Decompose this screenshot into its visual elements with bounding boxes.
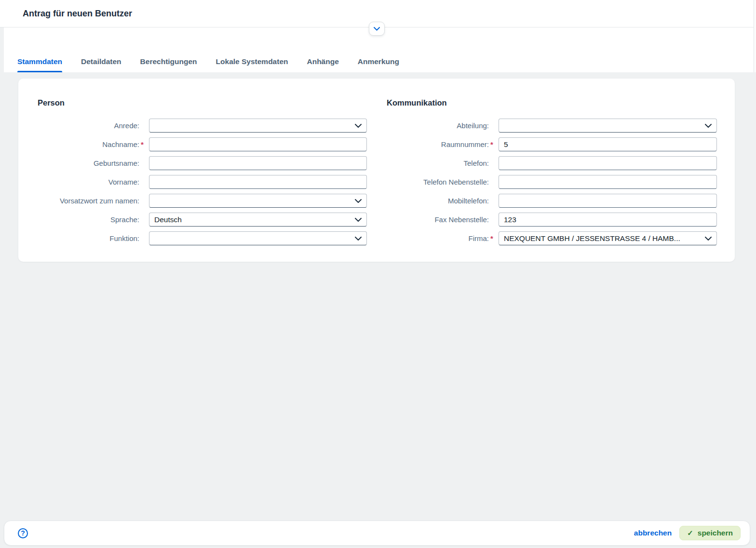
checkmark-icon: ✓: [687, 529, 693, 537]
raumnummer-input[interactable]: [499, 137, 717, 151]
sprache-select[interactable]: Deutsch: [149, 213, 367, 227]
chevron-down-icon: [374, 27, 380, 31]
section-kommunikation: Kommunikation Abteilung: Raumnummer: * T…: [387, 79, 735, 250]
tab-label: Berechtigungen: [140, 57, 197, 66]
tab-berechtigungen[interactable]: Berechtigungen: [140, 51, 197, 72]
field-label: Telefon Nebenstelle:: [387, 178, 489, 186]
help-icon[interactable]: ?: [18, 528, 28, 538]
form-row: Vorname:: [18, 175, 375, 189]
mobiltelefon-input[interactable]: [499, 194, 717, 208]
section-person: Person Anrede: Nachname: * Geburtsname: …: [18, 79, 375, 250]
field-label: Telefon:: [387, 159, 489, 167]
field-label: Geburtsname:: [18, 159, 139, 167]
form-row: Anrede:: [18, 119, 375, 133]
required-marker: *: [139, 140, 149, 148]
field-label: Vorsatzwort zum namen:: [18, 197, 139, 205]
geburtsname-input[interactable]: [149, 156, 367, 170]
field-label: Raumnummer:: [387, 140, 489, 148]
right-edge-divider: [754, 0, 754, 72]
field-label: Vorname:: [18, 178, 139, 186]
form-row: Abteilung:: [387, 119, 735, 133]
form-row: Sprache: Deutsch: [18, 213, 375, 227]
telefon-input[interactable]: [499, 156, 717, 170]
select-value: NEXQUENT GMBH / JESSENSTRASSE 4 / HAMB..…: [499, 234, 705, 243]
section-title-person: Person: [38, 98, 375, 108]
save-button-label: speichern: [698, 529, 733, 537]
chevron-down-icon: [705, 124, 712, 128]
tab-label: Anhänge: [307, 57, 338, 66]
save-button[interactable]: ✓ speichern: [679, 526, 741, 540]
funktion-select[interactable]: [149, 231, 367, 245]
form-row: Geburtsname:: [18, 156, 375, 170]
form-row: Mobiltelefon:: [387, 194, 735, 208]
tab-label: Stammdaten: [17, 57, 62, 66]
tab-lokale-systemdaten[interactable]: Lokale Systemdaten: [216, 51, 288, 72]
form-row: Nachname: *: [18, 137, 375, 151]
form-row: Telefon:: [387, 156, 735, 170]
telefon-nebenstelle-input[interactable]: [499, 175, 717, 189]
abteilung-select[interactable]: [499, 119, 717, 133]
page-title: Antrag für neuen Benutzer: [23, 9, 132, 19]
tab-label: Lokale Systemdaten: [216, 57, 288, 66]
chevron-down-icon: [355, 199, 362, 203]
tab-bar: Stammdaten Detaildaten Berechtigungen Lo…: [17, 51, 399, 72]
fax-nebenstelle-input[interactable]: [499, 213, 717, 227]
nachname-input[interactable]: [149, 137, 367, 151]
anrede-select[interactable]: [149, 119, 367, 133]
form-row: Fax Nebenstelle:: [387, 213, 735, 227]
required-marker: *: [489, 140, 499, 148]
vorname-input[interactable]: [149, 175, 367, 189]
field-label: Abteilung:: [387, 121, 489, 130]
cancel-button[interactable]: abbrechen: [634, 529, 672, 537]
required-marker: *: [489, 234, 499, 242]
chevron-down-icon: [355, 124, 362, 128]
field-label: Nachname:: [18, 140, 139, 148]
tab-anhaenge[interactable]: Anhänge: [307, 51, 338, 72]
tab-detaildaten[interactable]: Detaildaten: [81, 51, 122, 72]
firma-select[interactable]: NEXQUENT GMBH / JESSENSTRASSE 4 / HAMB..…: [499, 231, 717, 245]
header-expand-button[interactable]: [369, 22, 385, 36]
field-label: Firma:: [387, 234, 489, 242]
tab-label: Detaildaten: [81, 57, 122, 66]
form-row: Firma: * NEXQUENT GMBH / JESSENSTRASSE 4…: [387, 231, 735, 245]
select-value: Deutsch: [149, 215, 355, 224]
right-edge-strip: [754, 0, 756, 72]
vorsatzwort-select[interactable]: [149, 194, 367, 208]
field-label: Anrede:: [18, 121, 139, 130]
active-tab-underline: [17, 71, 62, 72]
form-row: Vorsatzwort zum namen:: [18, 194, 375, 208]
chevron-down-icon: [705, 237, 712, 241]
form-card: Person Anrede: Nachname: * Geburtsname: …: [18, 79, 735, 262]
field-label: Mobiltelefon:: [387, 197, 489, 205]
chevron-down-icon: [355, 237, 362, 241]
tab-anmerkung[interactable]: Anmerkung: [358, 51, 399, 72]
form-row: Telefon Nebenstelle:: [387, 175, 735, 189]
footer-toolbar: ? abbrechen ✓ speichern: [4, 521, 750, 546]
field-label: Sprache:: [18, 215, 139, 224]
form-row: Funktion:: [18, 231, 375, 245]
tab-label: Anmerkung: [358, 57, 399, 66]
section-title-kommunikation: Kommunikation: [387, 98, 735, 108]
field-label: Funktion:: [18, 234, 139, 242]
field-label: Fax Nebenstelle:: [387, 215, 489, 224]
chevron-down-icon: [355, 218, 362, 222]
form-row: Raumnummer: *: [387, 137, 735, 151]
tab-stammdaten[interactable]: Stammdaten: [17, 51, 62, 72]
